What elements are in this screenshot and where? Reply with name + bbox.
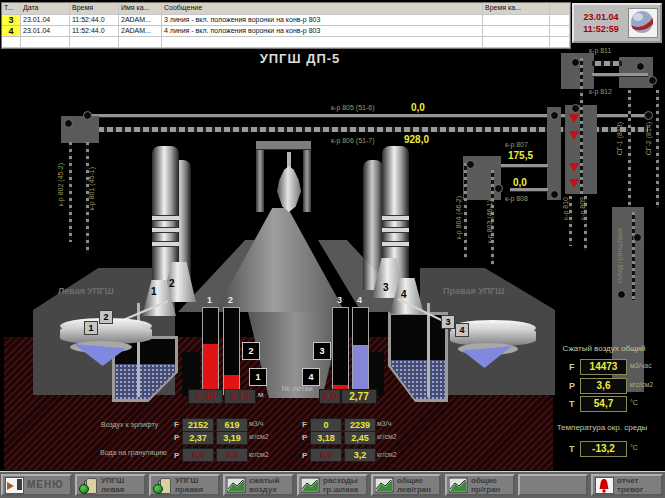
compressed-air-temp: 54,7 <box>580 396 627 412</box>
conveyor-806-label: к-р 806 (51-7) <box>331 137 375 145</box>
tap-select-button-3[interactable]: 3 <box>313 342 331 360</box>
param-T: T <box>569 399 575 409</box>
airlift-press-2: 3,19 <box>216 431 248 445</box>
taskbar-button-upgsh-left[interactable]: УПГШлевая <box>75 474 146 496</box>
alarm-row-empty <box>2 37 570 48</box>
conveyor-811-label: к-р 811 <box>589 47 611 55</box>
scada-screen: Т... Дата Время Имя ка... Сообщение Врем… <box>0 0 665 498</box>
flow-unit: м3/ч <box>249 420 263 427</box>
pulley-dot <box>571 104 580 113</box>
col-message: Сообщение <box>162 3 483 14</box>
sg2-line <box>656 90 659 208</box>
taskbar-button-blank[interactable] <box>518 474 588 496</box>
col-extra <box>550 3 570 14</box>
sg1-label: СГ-1 (813) <box>616 122 623 155</box>
airlift-flow-3: 0 <box>310 418 342 432</box>
drum-tag-3: 3 <box>441 315 455 329</box>
col-name: Имя ка... <box>119 3 162 14</box>
furnace-bell <box>277 166 301 212</box>
trend-chart-icon <box>449 477 468 494</box>
conveyor-812-line <box>592 73 648 77</box>
water-press-3: 0,0 <box>310 448 342 462</box>
conveyor-812-label: к-р 812 <box>589 88 612 96</box>
compressed-air-press: 3,6 <box>580 378 627 394</box>
pulley-dot <box>494 184 503 193</box>
unit: °С <box>630 399 638 406</box>
taskbar-button-menu[interactable]: МЕНЮ <box>1 474 72 496</box>
flow-arrow-icon <box>569 114 579 123</box>
ambient-temp-title: Температура окр. среды <box>540 423 664 432</box>
slag-storage-label: склад граншлака <box>616 228 623 284</box>
airlift-press-3: 3,18 <box>310 431 342 445</box>
page-title: УПГШ ДП-5 <box>160 51 440 66</box>
conveyor-803-label: к-р 803 (46-1) <box>486 200 493 244</box>
elevator-line <box>580 58 583 194</box>
left-building-label: Левая УПГШ <box>58 286 114 296</box>
taskbar: МЕНЮ УПГШлевая УПГШправая сжатыйвоздух р… <box>0 471 665 498</box>
taskbar-button-common-right[interactable]: общиепр/гран <box>445 474 515 496</box>
param-P: P <box>569 381 575 391</box>
conveyor-808-value: 0,0 <box>513 177 527 188</box>
taskbar-button-common-left[interactable]: общиелев/гран <box>371 474 441 496</box>
pulley-dot <box>466 160 475 169</box>
drum-tag-1: 1 <box>84 321 98 335</box>
press-unit: кг/см2 <box>249 433 269 440</box>
alarm-row[interactable]: 4 23.01.04 11:52:44.0 2ADAM... 4 линия -… <box>2 26 570 37</box>
compressed-air-title: Сжатый воздух общий <box>546 344 662 353</box>
press-param: P <box>174 451 179 460</box>
taskbar-button-compressed-air[interactable]: сжатыйвоздух <box>223 474 294 496</box>
menu-exit-icon <box>5 477 24 494</box>
airlift-flow-1: 2152 <box>182 418 214 432</box>
conveyor-811-line <box>592 61 622 66</box>
clock-time: 11:52:59 <box>574 23 628 35</box>
bar-label-1: 1 <box>201 295 218 305</box>
granulation-unit-icon <box>79 477 98 494</box>
airlift-flow-2: 619 <box>216 418 248 432</box>
drum-tag-4: 4 <box>455 323 469 337</box>
flow-arrow-icon <box>569 179 579 188</box>
conveyor-807-value: 175,5 <box>508 150 533 161</box>
press-unit: кг/см2 <box>377 451 397 458</box>
lance-pipe <box>137 303 140 397</box>
water-press-2: 0,0 <box>216 448 248 462</box>
level-readout-4: 2,77 <box>341 389 377 404</box>
flow-unit: м3/ч <box>377 420 391 427</box>
stack-number-2: 2 <box>169 278 175 289</box>
sg2-label: СГ-2 (814) <box>645 122 652 155</box>
unit: м3/час <box>630 362 652 369</box>
tap-select-button-2[interactable]: 2 <box>242 342 260 360</box>
press-unit: кг/см2 <box>377 433 397 440</box>
level-bar-4 <box>352 307 369 395</box>
level-bar-fill <box>353 345 368 394</box>
trend-chart-icon <box>375 477 394 494</box>
granulation-unit-icon <box>153 477 172 494</box>
col-type: Т... <box>2 3 21 14</box>
stack-number-1: 1 <box>151 286 157 297</box>
press-param: P <box>174 433 179 442</box>
clock-date: 23.01.04 <box>574 11 628 23</box>
pulley-dot <box>636 62 645 71</box>
pulley-dot <box>617 290 626 299</box>
water-label: Вода на грануляцию <box>100 449 167 456</box>
stack-band <box>152 215 179 221</box>
conveyor-808-label: к-р 808 <box>505 195 528 203</box>
conveyor-807-label: к-р 807 <box>505 141 528 149</box>
right-building-label: Правая УПГШ <box>443 286 504 296</box>
slag-storage-line <box>632 212 635 300</box>
compressed-air-flow: 14473 <box>580 359 627 375</box>
taskbar-button-upgsh-right[interactable]: УПГШправая <box>149 474 220 496</box>
col-date: Дата <box>21 3 70 14</box>
sg1-line <box>628 90 631 208</box>
pulley-dot <box>633 233 642 242</box>
alarm-row[interactable]: 3 23.01.04 11:52:44.0 2ADAM... 3 линия -… <box>2 15 570 26</box>
bar-label-2: 2 <box>222 295 239 305</box>
level-readout-3: 0,0 <box>319 389 341 404</box>
pulley-dot <box>644 111 653 120</box>
col-ack-time: Время ка... <box>483 3 550 14</box>
level-bar-3 <box>332 307 349 395</box>
pulley-dot <box>550 190 559 199</box>
taskbar-button-slag-flows[interactable]: расходыгр.шлака <box>297 474 368 496</box>
stack-band <box>382 215 409 221</box>
conveyor-804-label: к-р 804 (46-2) <box>455 196 462 240</box>
taskbar-button-alarm-report[interactable]: отчеттревог <box>591 474 663 496</box>
